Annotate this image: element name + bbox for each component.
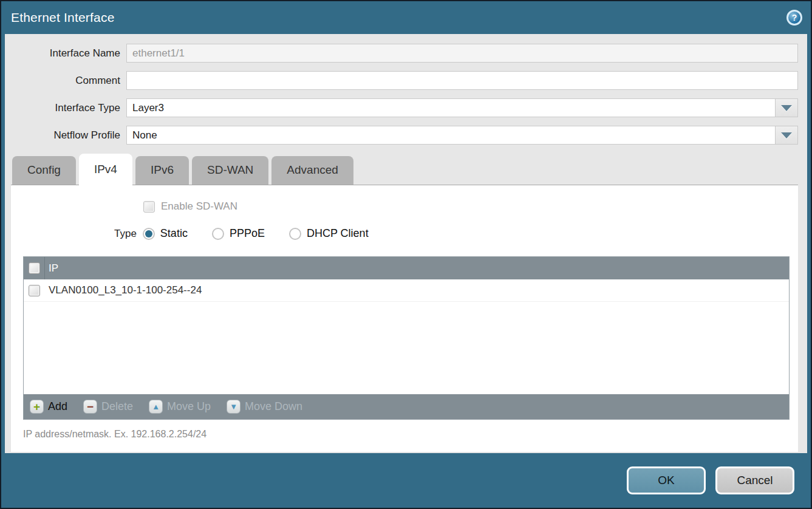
ip-format-hint: IP address/netmask. Ex. 192.168.2.254/24 (23, 429, 798, 440)
ok-button[interactable]: OK (627, 466, 706, 494)
radio-dhcp-client[interactable]: DHCP Client (289, 227, 369, 240)
move-up-button-label: Move Up (167, 400, 211, 413)
dialog-body: Interface Name Comment Interface Type (5, 34, 807, 453)
help-icon[interactable]: ? (786, 10, 802, 26)
radio-pppoe-label: PPPoE (230, 227, 265, 240)
ip-table-rows: VLAN0100_L3_10-1-100-254--24 (24, 279, 789, 394)
chevron-down-icon (781, 132, 792, 138)
delete-button-label: Delete (101, 400, 133, 413)
delete-minus-icon: − (83, 400, 97, 414)
enable-sdwan-checkbox (143, 201, 155, 213)
ip-column-header: IP (45, 262, 58, 275)
interface-type-label: Interface Type (5, 102, 126, 114)
ip-table: IP VLAN0100_L3_10-1-100-254--24 + Add − … (23, 256, 790, 420)
radio-static[interactable]: Static (143, 227, 188, 240)
row-checkbox-cell (24, 279, 45, 301)
enable-sdwan-label: Enable SD-WAN (161, 200, 237, 213)
move-down-button[interactable]: ▼ Move Down (227, 400, 302, 414)
comment-label: Comment (5, 75, 126, 87)
header-checkbox-cell (24, 257, 45, 279)
form-row-netflow-profile: Netflow Profile (5, 126, 807, 145)
enable-sdwan-row: Enable SD-WAN (143, 185, 798, 213)
tab-ipv4[interactable]: IPv4 (79, 154, 132, 186)
add-button[interactable]: + Add (30, 400, 67, 414)
radio-static-label: Static (160, 227, 188, 240)
table-row[interactable]: VLAN0100_L3_10-1-100-254--24 (24, 279, 789, 302)
radio-dhcp-client-icon[interactable] (289, 228, 301, 240)
netflow-profile-select[interactable] (126, 126, 776, 145)
select-all-checkbox[interactable] (29, 262, 40, 274)
type-radio-group: Type Static PPPoE DHCP Client (114, 227, 798, 240)
move-up-button[interactable]: ▲ Move Up (149, 400, 211, 414)
interface-name-label: Interface Name (5, 47, 126, 60)
type-label: Type (114, 228, 137, 240)
delete-button[interactable]: − Delete (83, 400, 133, 414)
row-checkbox[interactable] (29, 285, 40, 296)
add-plus-icon: + (30, 400, 44, 414)
interface-name-field (126, 44, 798, 63)
dialog-titlebar: Ethernet Interface ? (1, 1, 811, 34)
comment-field[interactable] (126, 71, 798, 90)
radio-static-icon[interactable] (143, 228, 155, 240)
tab-bar: Config IPv4 IPv6 SD-WAN Advanced (5, 153, 807, 185)
radio-dhcp-client-label: DHCP Client (307, 227, 369, 240)
radio-pppoe[interactable]: PPPoE (212, 227, 265, 240)
netflow-profile-dropdown-button[interactable] (776, 126, 798, 145)
cancel-button[interactable]: Cancel (715, 466, 794, 494)
netflow-profile-label: Netflow Profile (5, 129, 126, 142)
radio-pppoe-icon[interactable] (212, 228, 224, 240)
ip-entry-label: VLAN0100_L3_10-1-100-254--24 (45, 284, 202, 296)
dialog-footer: OK Cancel (1, 453, 811, 508)
tab-config[interactable]: Config (12, 156, 76, 185)
form-row-comment: Comment (5, 71, 807, 90)
form-row-interface-type: Interface Type (5, 98, 807, 117)
interface-type-select[interactable] (126, 98, 776, 117)
add-button-label: Add (48, 400, 67, 413)
dialog-title: Ethernet Interface (11, 10, 115, 25)
move-down-arrow-icon: ▼ (227, 400, 241, 414)
ethernet-interface-dialog: Ethernet Interface ? Interface Name Comm… (0, 0, 812, 509)
move-down-button-label: Move Down (245, 400, 302, 413)
tab-ipv6[interactable]: IPv6 (135, 156, 189, 185)
ipv4-tab-panel: Enable SD-WAN Type Static PPPoE DHCP Cli… (11, 185, 798, 452)
interface-type-dropdown-button[interactable] (776, 98, 798, 117)
form-row-interface-name: Interface Name (5, 44, 807, 63)
tab-advanced[interactable]: Advanced (271, 156, 353, 185)
ip-table-header: IP (24, 257, 789, 279)
ip-table-toolbar: + Add − Delete ▲ Move Up ▼ Move Down (24, 394, 789, 419)
tab-sd-wan[interactable]: SD-WAN (192, 156, 268, 185)
chevron-down-icon (781, 105, 792, 111)
move-up-arrow-icon: ▲ (149, 400, 163, 414)
